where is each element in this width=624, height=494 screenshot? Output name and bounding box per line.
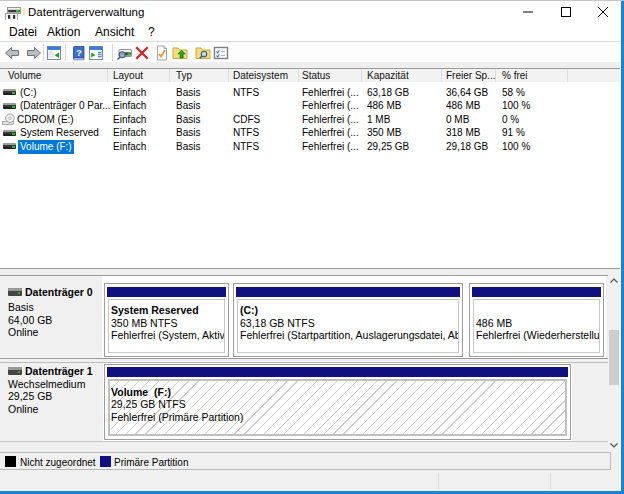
svg-text:?: ? xyxy=(76,47,82,58)
